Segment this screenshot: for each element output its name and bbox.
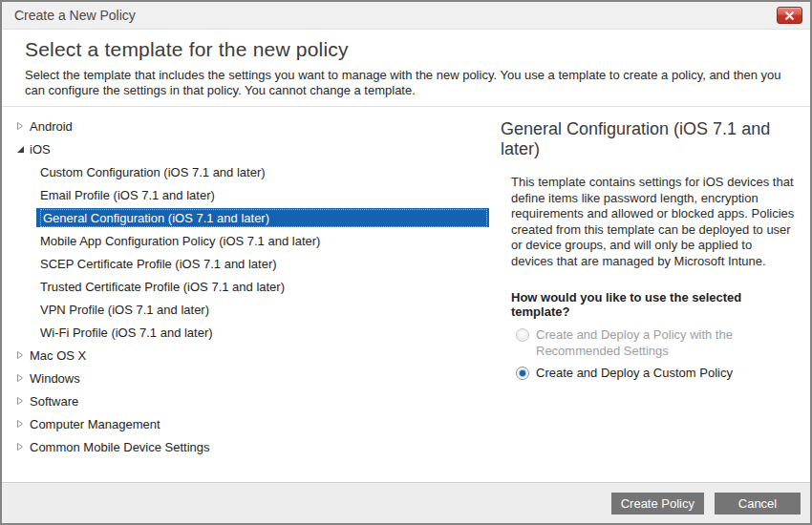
close-button[interactable]	[777, 7, 802, 24]
tree-item-label: Android	[30, 119, 73, 134]
tree-item-mobile-app-configuration-policy[interactable]: Mobile App Configuration Policy (iOS 7.1…	[2, 229, 491, 252]
tree-item-label: Windows	[30, 371, 80, 386]
template-tree: Android iOS Custom Configuration (iOS 7.…	[2, 107, 491, 482]
tree-item-computer-management[interactable]: Computer Management	[2, 412, 491, 435]
chevron-collapsed-icon[interactable]	[15, 350, 25, 360]
dialog-content: Android iOS Custom Configuration (iOS 7.…	[2, 107, 810, 482]
tree-item-label: General Configuration (iOS 7.1 and later…	[40, 209, 487, 227]
chevron-collapsed-icon[interactable]	[15, 419, 25, 429]
tree-item-general-configuration[interactable]: General Configuration (iOS 7.1 and later…	[36, 208, 489, 227]
tree-item-windows[interactable]: Windows	[2, 367, 491, 389]
radio-unchecked-disabled-icon	[516, 328, 529, 342]
tree-item-label: Software	[30, 394, 78, 409]
chevron-collapsed-icon[interactable]	[15, 396, 25, 406]
close-icon	[785, 11, 794, 20]
tree-item-label: Wi-Fi Profile (iOS 7.1 and later)	[40, 326, 213, 340]
tree-item-wifi-profile[interactable]: Wi-Fi Profile (iOS 7.1 and later)	[2, 321, 491, 344]
tree-item-common-mobile-device-settings[interactable]: Common Mobile Device Settings	[2, 435, 491, 458]
create-policy-button[interactable]: Create Policy	[611, 493, 704, 514]
chevron-collapsed-icon[interactable]	[15, 373, 25, 383]
option-recommended-settings: Create and Deploy a Policy with the Reco…	[516, 327, 796, 359]
template-description: This template contains settings for iOS …	[511, 175, 796, 269]
tree-item-email-profile[interactable]: Email Profile (iOS 7.1 and later)	[2, 183, 491, 206]
option-custom-policy[interactable]: Create and Deploy a Custom Policy	[516, 366, 796, 382]
tree-item-custom-configuration[interactable]: Custom Configuration (iOS 7.1 and later)	[2, 160, 491, 183]
tree-item-ios[interactable]: iOS	[2, 137, 491, 160]
tree-item-mac-os-x[interactable]: Mac OS X	[2, 344, 491, 367]
template-usage-question: How would you like to use the selected t…	[511, 290, 796, 319]
radio-checked-icon[interactable]	[516, 367, 529, 380]
tree-item-label: Email Profile (iOS 7.1 and later)	[40, 188, 215, 202]
tree-item-label: Trusted Certificate Profile (iOS 7.1 and…	[40, 280, 285, 294]
dialog-title: Create a New Policy	[14, 8, 777, 23]
tree-item-label: Common Mobile Device Settings	[30, 440, 210, 454]
dialog-header: Select a template for the new policy Sel…	[2, 30, 810, 107]
tree-item-label: SCEP Certificate Profile (iOS 7.1 and la…	[40, 257, 277, 271]
tree-item-android[interactable]: Android	[2, 115, 491, 137]
tree-item-label: Custom Configuration (iOS 7.1 and later)	[40, 165, 266, 179]
chevron-collapsed-icon[interactable]	[15, 121, 25, 131]
tree-item-label: iOS	[30, 142, 51, 157]
cancel-button[interactable]: Cancel	[715, 493, 801, 514]
create-policy-dialog: Create a New Policy Select a template fo…	[0, 0, 812, 525]
tree-item-label: Computer Management	[30, 417, 160, 431]
tree-item-vpn-profile[interactable]: VPN Profile (iOS 7.1 and later)	[2, 298, 491, 321]
page-title: Select a template for the new policy	[25, 38, 787, 61]
chevron-expanded-icon[interactable]	[15, 145, 25, 154]
dialog-titlebar: Create a New Policy	[2, 2, 810, 30]
tree-item-trusted-certificate-profile[interactable]: Trusted Certificate Profile (iOS 7.1 and…	[2, 275, 491, 298]
tree-item-label: Mobile App Configuration Policy (iOS 7.1…	[40, 234, 320, 248]
option-label: Create and Deploy a Policy with the Reco…	[536, 327, 796, 359]
chevron-collapsed-icon[interactable]	[15, 442, 25, 452]
tree-item-label: VPN Profile (iOS 7.1 and later)	[40, 303, 209, 317]
page-description: Select the template that includes the se…	[25, 68, 787, 98]
tree-item-software[interactable]: Software	[2, 389, 491, 412]
template-title: General Configuration (iOS 7.1 and later…	[501, 119, 796, 159]
tree-item-scep-certificate-profile[interactable]: SCEP Certificate Profile (iOS 7.1 and la…	[2, 252, 491, 275]
option-label: Create and Deploy a Custom Policy	[536, 366, 733, 382]
template-details-panel: General Configuration (iOS 7.1 and later…	[491, 107, 810, 482]
tree-item-label: Mac OS X	[30, 348, 86, 363]
dialog-footer: Create Policy Cancel	[2, 482, 810, 523]
